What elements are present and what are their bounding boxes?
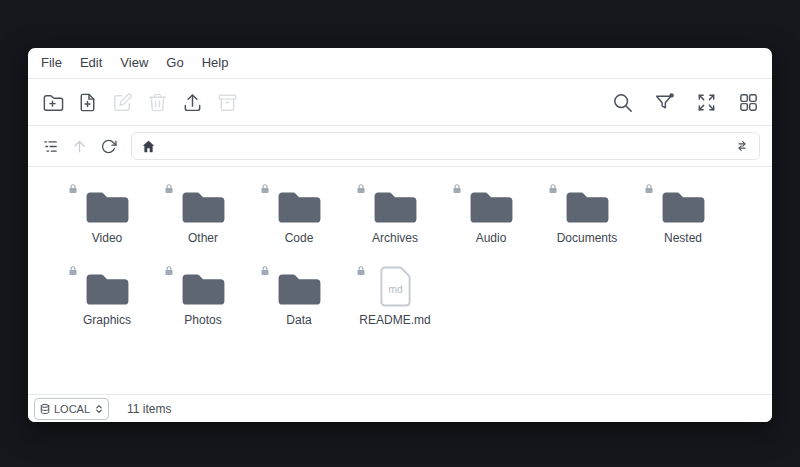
navigation-bar [28, 126, 772, 167]
filter-button[interactable] [652, 90, 676, 114]
file-item[interactable]: Photos [155, 263, 251, 345]
file-label: Nested [635, 231, 731, 245]
menu-bar: FileEditViewGoHelp [28, 48, 772, 79]
lock-icon [67, 263, 79, 281]
refresh-button[interactable] [98, 136, 118, 156]
file-item[interactable]: Video [59, 181, 155, 263]
file-item[interactable]: Documents [539, 181, 635, 263]
items-count: 11 items [127, 402, 171, 416]
stepper-icon [93, 403, 105, 415]
file-label: README.md [347, 313, 443, 327]
svg-text:md: md [388, 284, 402, 295]
path-bar[interactable] [131, 132, 760, 160]
lock-icon [451, 181, 463, 199]
menu-view[interactable]: View [111, 48, 157, 78]
volume-select[interactable]: LOCAL [34, 398, 109, 420]
expand-button[interactable] [694, 90, 718, 114]
menu-file[interactable]: File [32, 48, 71, 78]
volume-select-label: LOCAL [54, 403, 90, 415]
lock-icon [547, 181, 559, 199]
new-folder-icon [41, 91, 64, 114]
file-label: Video [59, 231, 155, 245]
lock-icon [355, 181, 367, 199]
lock-icon [163, 181, 175, 199]
lock-icon [163, 263, 175, 281]
file-label: Data [251, 313, 347, 327]
home-icon[interactable] [141, 139, 156, 154]
archive-button[interactable] [215, 90, 239, 114]
file-item[interactable]: Graphics [59, 263, 155, 345]
file-manager-window: FileEditViewGoHelp VideoOtherCodeArchive… [28, 48, 772, 422]
trash-button[interactable] [145, 90, 169, 114]
lock-icon [67, 181, 79, 199]
tree-toggle-icon [42, 138, 59, 155]
database-icon [39, 403, 51, 415]
menu-help[interactable]: Help [193, 48, 238, 78]
menu-go[interactable]: Go [157, 48, 192, 78]
new-file-button[interactable] [75, 90, 99, 114]
file-item[interactable]: Code [251, 181, 347, 263]
lock-icon [259, 181, 271, 199]
file-item[interactable]: Archives [347, 181, 443, 263]
lock-icon [355, 263, 367, 281]
lock-icon [643, 181, 655, 199]
file-label: Code [251, 231, 347, 245]
file-label: Audio [443, 231, 539, 245]
trash-icon [146, 91, 169, 114]
nav-buttons [40, 136, 118, 156]
lock-icon [259, 263, 271, 281]
file-label: Other [155, 231, 251, 245]
go-up-button[interactable] [69, 136, 89, 156]
status-bar: LOCAL 11 items [28, 394, 772, 422]
search-icon [611, 91, 634, 114]
toolbar-left-group [40, 90, 239, 114]
file-label: Graphics [59, 313, 155, 327]
tree-toggle-button[interactable] [40, 136, 60, 156]
new-file-icon [76, 91, 99, 114]
file-item[interactable]: Data [251, 263, 347, 345]
grid-view-button[interactable] [736, 90, 760, 114]
archive-icon [216, 91, 239, 114]
toolbar [28, 79, 772, 126]
go-up-icon [71, 138, 88, 155]
edit-icon [111, 91, 134, 114]
swap-icon[interactable] [734, 138, 750, 154]
file-grid: VideoOtherCodeArchivesAudioDocumentsNest… [28, 167, 772, 394]
refresh-icon [100, 138, 117, 155]
file-item[interactable]: Other [155, 181, 251, 263]
file-item[interactable]: Audio [443, 181, 539, 263]
file-label: Photos [155, 313, 251, 327]
filter-icon [653, 91, 676, 114]
upload-icon [181, 91, 204, 114]
search-button[interactable] [610, 90, 634, 114]
upload-button[interactable] [180, 90, 204, 114]
toolbar-right-group [610, 90, 760, 114]
file-item[interactable]: mdREADME.md [347, 263, 443, 345]
new-folder-button[interactable] [40, 90, 64, 114]
file-label: Archives [347, 231, 443, 245]
expand-icon [695, 91, 718, 114]
edit-button[interactable] [110, 90, 134, 114]
grid-view-icon [737, 91, 760, 114]
file-item[interactable]: Nested [635, 181, 731, 263]
file-label: Documents [539, 231, 635, 245]
menu-edit[interactable]: Edit [71, 48, 111, 78]
